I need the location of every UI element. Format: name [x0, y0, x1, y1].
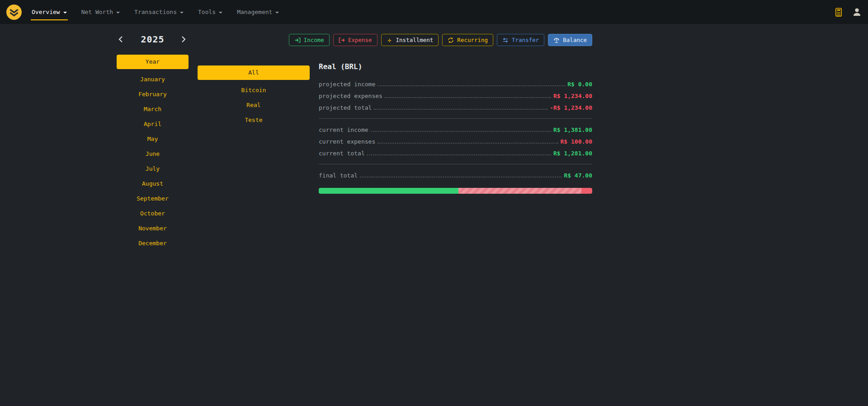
- chevron-down-icon: [180, 12, 184, 14]
- recurring-button[interactable]: Recurring: [442, 34, 493, 46]
- installment-button-label: Installment: [396, 37, 434, 43]
- chevron-right-icon[interactable]: [179, 35, 188, 43]
- month-item-june[interactable]: June: [117, 146, 189, 161]
- calculator-icon[interactable]: [834, 7, 844, 17]
- app-logo-icon[interactable]: [6, 5, 22, 20]
- row-value: R$ 1,381.00: [553, 126, 592, 133]
- nav-item-overview[interactable]: Overview: [31, 0, 68, 24]
- scales-icon: [553, 37, 560, 43]
- account-summary-title: Real (BRL): [319, 62, 592, 71]
- nav-item-management[interactable]: Management: [236, 0, 280, 24]
- section-divider: [319, 118, 592, 119]
- account-item-real[interactable]: Real: [198, 98, 310, 112]
- row-label: current income: [319, 126, 368, 133]
- month-item-february[interactable]: February: [117, 87, 189, 102]
- action-buttons: Income Expense ÷ Installment Recurring: [319, 34, 592, 46]
- month-item-january[interactable]: January: [117, 72, 189, 87]
- row-label: current expenses: [319, 138, 375, 145]
- user-profile-icon[interactable]: [852, 7, 862, 17]
- divide-icon: ÷: [387, 37, 393, 43]
- expense-button-label: Expense: [348, 37, 372, 43]
- summary-panel: Income Expense ÷ Installment Recurring: [319, 34, 592, 251]
- month-item-july[interactable]: July: [117, 161, 189, 176]
- summary-row-final-total: final total R$ 47.00: [319, 169, 592, 181]
- nav-label: Transactions: [134, 9, 177, 15]
- summary-row-current-income: current income R$ 1,381.00: [319, 124, 592, 135]
- selector-area: 2025 Year January February March April M…: [117, 34, 310, 251]
- month-item-september[interactable]: September: [117, 191, 189, 206]
- progress-red: [581, 188, 592, 194]
- row-value: R$ 1,234.00: [553, 93, 592, 99]
- nav-item-tools[interactable]: Tools: [197, 0, 223, 24]
- chevron-down-icon: [116, 12, 120, 14]
- recurring-button-label: Recurring: [457, 37, 488, 43]
- year-button[interactable]: Year: [117, 55, 189, 69]
- income-button-label: Income: [304, 37, 324, 43]
- month-item-december[interactable]: December: [117, 236, 189, 251]
- transfer-arrows-icon: [502, 37, 509, 43]
- income-arrow-icon: [294, 37, 301, 43]
- dotted-leader: [371, 131, 551, 132]
- balance-button-label: Balance: [563, 37, 587, 43]
- dotted-leader: [377, 143, 558, 144]
- account-item-bitcoin[interactable]: Bitcoin: [198, 83, 310, 98]
- month-item-april[interactable]: April: [117, 117, 189, 131]
- nav-label: Overview: [32, 9, 60, 15]
- dotted-leader: [360, 177, 561, 177]
- installment-button[interactable]: ÷ Installment: [381, 34, 439, 46]
- nav-label: Management: [237, 9, 272, 15]
- row-label: current total: [319, 150, 365, 157]
- summary-row-current-expenses: current expenses R$ 100.00: [319, 135, 592, 147]
- progress-green: [319, 188, 458, 194]
- row-label: projected income: [319, 81, 375, 88]
- month-item-november[interactable]: November: [117, 221, 189, 236]
- summary-row-projected-income: projected income R$ 0.00: [319, 78, 592, 90]
- row-value: R$ 0.00: [567, 81, 592, 88]
- month-item-august[interactable]: August: [117, 176, 189, 191]
- dotted-leader: [385, 97, 551, 98]
- expense-arrow-icon: [339, 37, 345, 43]
- year-navigator: 2025: [117, 34, 189, 45]
- main-content: 2025 Year January February March April M…: [0, 24, 868, 251]
- summary-row-projected-total: projected total -R$ 1,234.00: [319, 102, 592, 113]
- income-button[interactable]: Income: [289, 34, 330, 46]
- row-value: R$ 1,281.00: [553, 150, 592, 157]
- balance-button[interactable]: Balance: [548, 34, 592, 46]
- section-divider: [319, 164, 592, 164]
- accounts-column: All Bitcoin Real Teste: [198, 34, 310, 251]
- nav-label: Net Worth: [81, 9, 113, 15]
- row-value: R$ 100.00: [561, 138, 592, 145]
- dotted-leader: [367, 154, 551, 155]
- chevron-down-icon: [63, 12, 67, 14]
- chevron-left-icon[interactable]: [118, 35, 126, 43]
- transfer-button[interactable]: Transfer: [497, 34, 544, 46]
- nav-menu: Overview Net Worth Transactions Tools Ma…: [31, 0, 280, 24]
- account-item-teste[interactable]: Teste: [198, 112, 310, 127]
- nav-item-transactions[interactable]: Transactions: [133, 0, 184, 24]
- expense-button[interactable]: Expense: [333, 34, 377, 46]
- row-label: projected expenses: [319, 93, 382, 99]
- month-item-october[interactable]: October: [117, 206, 189, 221]
- summary-row-current-total: current total R$ 1,281.00: [319, 147, 592, 159]
- transfer-button-label: Transfer: [512, 37, 539, 43]
- navbar: Overview Net Worth Transactions Tools Ma…: [0, 0, 868, 24]
- month-item-march[interactable]: March: [117, 102, 189, 117]
- month-item-may[interactable]: May: [117, 131, 189, 146]
- chevron-down-icon: [275, 12, 279, 14]
- row-value: R$ 47.00: [564, 172, 592, 179]
- navbar-right: [834, 7, 862, 17]
- row-label: final total: [319, 172, 358, 179]
- summary-row-projected-expenses: projected expenses R$ 1,234.00: [319, 90, 592, 102]
- repeat-icon: [448, 37, 454, 43]
- chevron-down-icon: [219, 12, 222, 14]
- period-column: 2025 Year January February March April M…: [117, 34, 189, 251]
- budget-progress-bar: [319, 188, 592, 194]
- row-label: projected total: [319, 104, 372, 111]
- dotted-leader: [377, 85, 565, 86]
- nav-item-net-worth[interactable]: Net Worth: [80, 0, 121, 24]
- nav-label: Tools: [198, 9, 216, 15]
- all-accounts-button[interactable]: All: [198, 65, 310, 80]
- progress-striped: [458, 188, 581, 194]
- row-value: -R$ 1,234.00: [550, 104, 592, 111]
- year-label: 2025: [141, 34, 164, 45]
